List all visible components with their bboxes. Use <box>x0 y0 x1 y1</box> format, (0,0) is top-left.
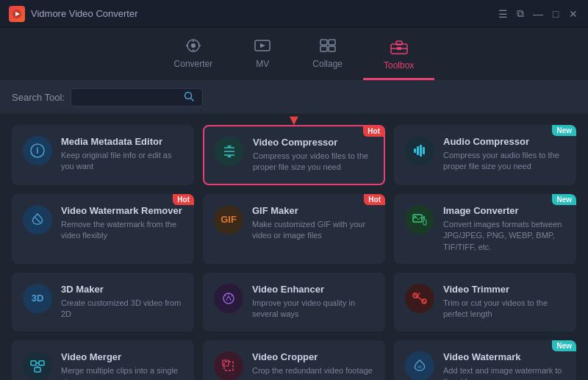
gif-maker-icon: GIF <box>214 205 243 234</box>
arrow-indicator: ▼ <box>287 115 301 129</box>
gif-maker-name: GIF Maker <box>252 205 374 216</box>
3d-maker-text: 3D Maker Create customized 3D video from… <box>61 284 183 320</box>
maximize-button[interactable]: □ <box>550 8 562 20</box>
svg-rect-26 <box>420 145 422 157</box>
video-trimmer-desc: Trim or cut your videos to the perfect l… <box>443 298 565 320</box>
search-input[interactable] <box>77 93 184 103</box>
svg-rect-25 <box>417 146 419 155</box>
app-logo <box>9 6 25 22</box>
svg-point-3 <box>191 43 196 48</box>
watermark-remover-desc: Remove the watermark from the video flex… <box>61 219 183 242</box>
video-compressor-name: Video Compressor <box>253 137 373 148</box>
svg-point-32 <box>223 293 234 304</box>
tool-card-video-trimmer[interactable]: Video Trimmer Trim or cut your videos to… <box>394 273 576 331</box>
minimize-button[interactable]: — <box>532 8 544 20</box>
watermark-remover-name: Video Watermark Remover <box>61 205 183 216</box>
close-button[interactable]: ✕ <box>567 8 579 20</box>
svg-rect-9 <box>320 40 327 45</box>
tool-card-3d-maker[interactable]: 3D 3D Maker Create customized 3D video f… <box>12 273 194 331</box>
video-watermark-desc: Add text and image watermark to the vide… <box>443 365 565 380</box>
search-icon[interactable] <box>184 91 194 104</box>
video-compressor-desc: Compress your video files to the proper … <box>253 151 373 173</box>
title-bar: Vidmore Video Converter ☰ ⧉ — □ ✕ <box>0 0 588 28</box>
svg-text:W: W <box>417 365 422 369</box>
video-trimmer-text: Video Trimmer Trim or cut your videos to… <box>443 284 565 320</box>
collage-label: Collage <box>312 59 343 69</box>
video-cropper-text: Video Cropper Crop the redundant video f… <box>252 351 374 376</box>
tool-card-video-watermark-remover[interactable]: Video Watermark Remover Remove the water… <box>12 194 194 264</box>
audio-compressor-icon <box>405 136 434 165</box>
search-bar: Search Tool: <box>0 81 588 115</box>
svg-rect-11 <box>320 46 327 51</box>
video-enhancer-icon <box>214 284 243 313</box>
new-badge-audio-compressor: New <box>552 125 576 136</box>
tool-card-media-metadata-editor[interactable]: i Media Metadata Editor Keep original fi… <box>12 125 194 185</box>
video-watermark-icon: W <box>405 351 434 380</box>
svg-rect-43 <box>35 368 40 372</box>
svg-rect-27 <box>423 147 425 154</box>
title-bar-controls: ☰ ⧉ — □ ✕ <box>497 8 579 20</box>
watermark-remover-text: Video Watermark Remover Remove the water… <box>61 205 183 242</box>
toolbox-icon <box>390 38 409 57</box>
video-enhancer-name: Video Enhancer <box>252 284 374 295</box>
tab-toolbox[interactable]: Toolbox <box>363 34 434 80</box>
mv-icon <box>254 38 271 56</box>
3d-maker-desc: Create customized 3D video from 2D <box>61 298 183 320</box>
video-compressor-icon <box>215 137 244 166</box>
svg-rect-24 <box>414 148 416 153</box>
svg-rect-14 <box>396 41 402 45</box>
menu-button[interactable]: ☰ <box>497 8 509 20</box>
new-badge-image-converter: New <box>552 194 576 205</box>
video-watermark-text: Video Watermark Add text and image water… <box>443 351 565 380</box>
new-badge-video-watermark: New <box>552 340 576 351</box>
video-trimmer-icon <box>405 284 434 313</box>
collage-icon <box>319 38 337 56</box>
tool-card-video-enhancer[interactable]: Video Enhancer Improve your video qualit… <box>203 273 385 331</box>
video-merger-name: Video Merger <box>61 351 183 362</box>
3d-maker-name: 3D Maker <box>61 284 183 295</box>
svg-rect-41 <box>39 361 44 365</box>
tool-card-video-compressor[interactable]: ▼ Video Compressor Compress your video f… <box>203 125 385 185</box>
gif-maker-desc: Make customized GIF with your video or i… <box>252 219 374 242</box>
tools-grid: i Media Metadata Editor Keep original fi… <box>0 115 588 380</box>
svg-line-28 <box>35 217 40 223</box>
search-input-wrap[interactable] <box>71 88 203 107</box>
media-metadata-name: Media Metadata Editor <box>61 136 183 147</box>
video-cropper-icon <box>214 351 243 380</box>
svg-line-36 <box>414 294 426 303</box>
video-cropper-name: Video Cropper <box>252 351 374 362</box>
tool-card-video-cropper[interactable]: Video Cropper Crop the redundant video f… <box>203 340 385 380</box>
gif-maker-text: GIF Maker Make customized GIF with your … <box>252 205 374 242</box>
converter-label: Converter <box>174 59 213 69</box>
tool-card-video-merger[interactable]: Video Merger Merge multiple clips into a… <box>12 340 194 380</box>
tool-card-video-watermark[interactable]: W Video Watermark Add text and image wat… <box>394 340 576 380</box>
restore-button[interactable]: ⧉ <box>514 8 526 20</box>
hot-badge-gif-maker: Hot <box>364 194 385 205</box>
3d-maker-icon: 3D <box>23 284 52 313</box>
video-compressor-text: Video Compressor Compress your video fil… <box>253 137 373 173</box>
video-merger-text: Video Merger Merge multiple clips into a… <box>61 351 183 380</box>
tool-card-gif-maker[interactable]: GIF GIF Maker Make customized GIF with y… <box>203 194 385 264</box>
watermark-remover-icon <box>23 205 52 234</box>
video-merger-desc: Merge multiple clips into a single piece <box>61 365 183 380</box>
media-metadata-text: Media Metadata Editor Keep original file… <box>61 136 183 173</box>
media-metadata-icon: i <box>23 136 52 165</box>
image-converter-desc: Convert images formats between JPG/JPEG,… <box>443 219 565 253</box>
tab-converter[interactable]: Converter <box>154 34 234 80</box>
video-merger-icon <box>23 351 52 380</box>
video-enhancer-text: Video Enhancer Improve your video qualit… <box>252 284 374 320</box>
audio-compressor-text: Audio Compressor Compress your audio fil… <box>443 136 565 173</box>
tool-card-audio-compressor[interactable]: Audio Compressor Compress your audio fil… <box>394 125 576 185</box>
tab-collage[interactable]: Collage <box>292 34 363 80</box>
tab-mv[interactable]: MV <box>233 34 292 80</box>
tool-card-image-converter[interactable]: Image Converter Convert images formats b… <box>394 194 576 264</box>
svg-rect-40 <box>31 361 36 365</box>
image-converter-icon <box>405 205 434 234</box>
video-enhancer-desc: Improve your video quality in several wa… <box>252 298 374 320</box>
hot-badge-video-compressor: Hot <box>363 126 384 137</box>
converter-icon <box>184 38 202 56</box>
toolbox-label: Toolbox <box>384 60 414 71</box>
svg-rect-46 <box>223 360 229 366</box>
svg-rect-12 <box>329 46 335 51</box>
image-converter-name: Image Converter <box>443 205 565 216</box>
